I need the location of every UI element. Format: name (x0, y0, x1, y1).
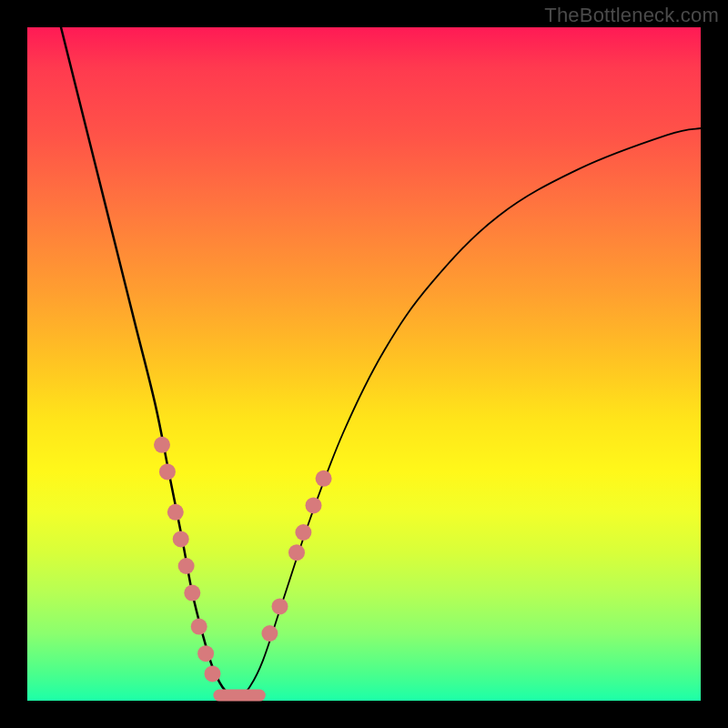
chart-overlay (27, 27, 701, 701)
marker-dot (272, 598, 288, 614)
marker-dot (288, 544, 305, 561)
marker-dot (167, 504, 184, 521)
marker-dot (191, 619, 207, 635)
marker-dot (184, 585, 200, 602)
marker-dot (154, 437, 170, 453)
marker-dot (205, 665, 221, 682)
curve-left-branch (61, 27, 233, 697)
curve-right-branch (233, 128, 701, 698)
marker-dot (197, 645, 214, 662)
chart-stage: TheBottleneck.com (0, 0, 728, 728)
marker-dot (173, 531, 189, 547)
marker-dot (306, 497, 322, 513)
marker-dot (261, 625, 278, 642)
marker-dot (159, 463, 176, 480)
highlight-markers (154, 437, 332, 682)
watermark-text: TheBottleneck.com (544, 4, 719, 27)
marker-dot (316, 470, 332, 487)
marker-dot (295, 524, 311, 541)
marker-dot (178, 558, 195, 574)
